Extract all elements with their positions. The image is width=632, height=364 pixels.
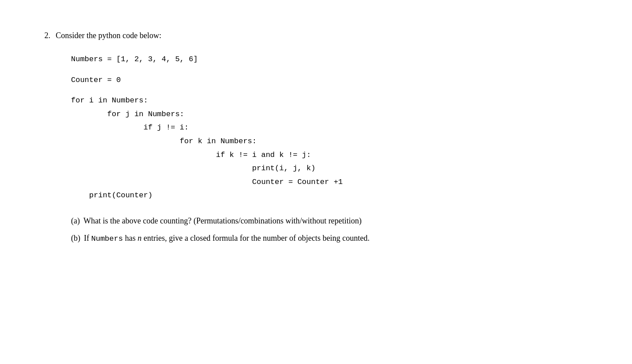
sub-a-label: (a) xyxy=(71,215,80,227)
sub-question-a: (a) What is the above code counting? (Pe… xyxy=(71,215,470,227)
code-section-loops: for i in Numbers: for j in Numbers: if j… xyxy=(71,94,605,203)
code-line-4: for j in Numbers: xyxy=(71,108,605,121)
sub-questions: (a) What is the above code counting? (Pe… xyxy=(71,215,605,245)
question-number: 2. xyxy=(44,31,51,40)
question-container: 2. Consider the python code below: Numbe… xyxy=(27,18,605,244)
code-line-3: for i in Numbers: xyxy=(71,94,605,108)
question-header: 2. Consider the python code below: xyxy=(44,31,605,40)
question-intro: Consider the python code below: xyxy=(56,31,162,40)
code-line-7: if k != i and k != j: xyxy=(71,149,605,162)
code-line-6: for k in Numbers: xyxy=(71,135,605,149)
sub-a-text: What is the above code counting? (Permut… xyxy=(83,215,362,227)
sub-b-text-after: has n entries, give a closed formula for… xyxy=(123,234,370,243)
sub-b-label: (b) xyxy=(71,232,80,245)
code-line-5: if j != i: xyxy=(71,121,605,135)
code-line-2: Counter = 0 xyxy=(71,74,605,87)
sub-question-b: (b) If Numbers has n entries, give a clo… xyxy=(71,232,470,245)
code-section-numbers: Numbers = [1, 2, 3, 4, 5, 6] xyxy=(71,53,605,67)
code-line-9: Counter = Counter +1 xyxy=(71,176,605,189)
code-block: Numbers = [1, 2, 3, 4, 5, 6] Counter = 0… xyxy=(71,53,605,203)
code-section-counter: Counter = 0 xyxy=(71,74,605,87)
code-line-1: Numbers = [1, 2, 3, 4, 5, 6] xyxy=(71,53,605,67)
sub-b-code: Numbers xyxy=(91,235,123,243)
code-line-10: print(Counter) xyxy=(71,189,605,203)
code-line-8: print(i, j, k) xyxy=(71,162,605,176)
sub-b-text: If Numbers has n entries, give a closed … xyxy=(84,232,370,245)
